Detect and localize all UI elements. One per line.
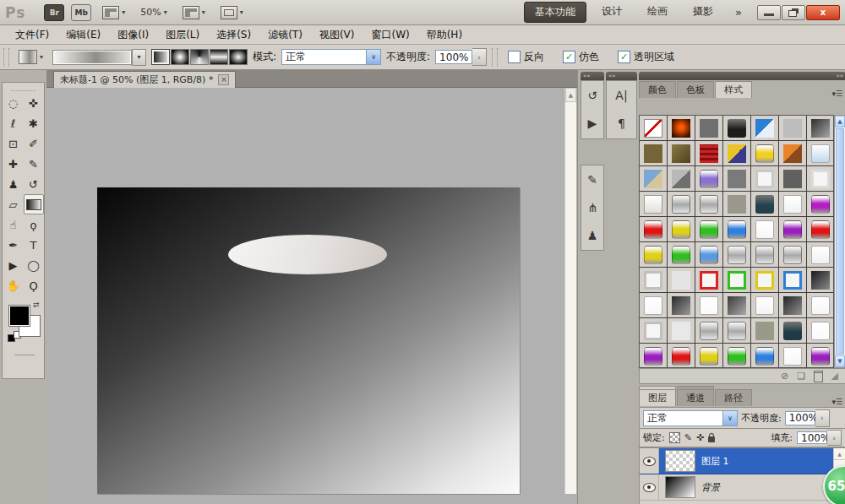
style-swatch[interactable]	[728, 144, 746, 163]
tool-clone-stamp[interactable]: ♟	[3, 174, 24, 194]
panel-menu-icon[interactable]: ▾☰	[828, 398, 845, 406]
style-swatch[interactable]	[728, 322, 746, 340]
layer-visibility-cell[interactable]	[640, 448, 659, 474]
style-swatch[interactable]	[644, 220, 662, 239]
style-swatch[interactable]	[755, 322, 774, 340]
menu-item[interactable]: 文件(F)	[7, 25, 57, 45]
layer-thumbnail[interactable]	[665, 450, 695, 472]
style-swatch[interactable]	[700, 195, 718, 214]
lock-position-icon[interactable]: ✜	[696, 432, 704, 443]
opacity-field[interactable]: 100% ›	[435, 48, 487, 66]
style-swatch[interactable]	[644, 119, 662, 138]
workspace-button[interactable]: 设计	[592, 2, 632, 23]
style-swatch[interactable]	[644, 271, 662, 290]
style-swatch[interactable]	[672, 144, 690, 163]
scroll-down-icon[interactable]: ▼	[835, 355, 845, 367]
paragraph-panel-icon[interactable]: ¶	[607, 109, 636, 137]
tool-preset-picker[interactable]: ▾	[14, 48, 47, 66]
document-tab[interactable]: 未标题-1 @ 50% (图层 1, RGB/8) * ×	[53, 71, 236, 88]
tab-样式[interactable]: 样式	[715, 81, 752, 98]
linear-gradient-button[interactable]	[151, 49, 170, 65]
style-swatch[interactable]	[811, 322, 830, 340]
style-swatch[interactable]	[644, 246, 662, 264]
layers-tab-路径[interactable]: 路径	[715, 389, 752, 406]
layer-fill-arrow[interactable]: ›	[827, 430, 842, 446]
lock-transparency-icon[interactable]	[669, 432, 680, 443]
tool-presets-panel-icon[interactable]: ♟	[581, 221, 603, 249]
style-swatch[interactable]	[783, 220, 802, 239]
style-swatch[interactable]	[783, 170, 802, 188]
style-swatch[interactable]	[672, 296, 690, 315]
style-swatch[interactable]	[755, 220, 774, 239]
style-swatch[interactable]	[783, 195, 802, 214]
style-swatch[interactable]	[700, 347, 718, 366]
style-swatch[interactable]	[644, 144, 662, 163]
gradient-editor-button[interactable]: ▾	[52, 49, 146, 66]
tool-quick-selection[interactable]: ✱	[24, 113, 44, 133]
style-swatch[interactable]	[755, 347, 774, 366]
delete-style-button[interactable]	[814, 371, 823, 382]
scroll-up-icon[interactable]: ▲	[835, 116, 845, 127]
style-swatch[interactable]	[755, 246, 774, 264]
style-swatch[interactable]	[672, 246, 690, 264]
style-swatch[interactable]	[728, 119, 746, 138]
actions-panel-icon[interactable]: ▶	[581, 109, 603, 137]
style-swatch[interactable]	[728, 170, 746, 188]
canvas[interactable]	[97, 187, 520, 494]
style-swatch[interactable]	[644, 195, 662, 214]
style-swatch[interactable]	[755, 296, 774, 315]
style-swatch[interactable]	[728, 347, 746, 366]
swap-colors-icon[interactable]: ⇄	[33, 301, 40, 309]
style-swatch[interactable]	[811, 246, 830, 264]
style-swatch[interactable]	[644, 347, 662, 366]
style-swatch[interactable]	[783, 246, 802, 264]
restore-button[interactable]	[782, 5, 805, 20]
tool-smudge[interactable]: ☝	[3, 214, 24, 235]
tool-lasso[interactable]: ℓ	[3, 113, 24, 133]
zoom-level-dropdown[interactable]: 50% ▾	[136, 5, 171, 19]
style-swatch[interactable]	[700, 170, 718, 188]
style-swatch[interactable]	[783, 296, 802, 315]
tool-history-brush[interactable]: ↺	[24, 174, 44, 194]
style-swatch[interactable]	[700, 296, 718, 315]
dither-checkbox-box[interactable]: ✓	[563, 51, 575, 63]
scroll-thumb[interactable]	[836, 128, 844, 355]
style-swatch[interactable]	[783, 322, 802, 340]
tool-eyedropper[interactable]: ✐	[24, 133, 44, 154]
tool-elliptical-marquee[interactable]: ◌	[3, 93, 24, 113]
tool-zoom-tool[interactable]: Ϙ	[24, 275, 44, 295]
view-extras-button[interactable]: ▾	[98, 4, 129, 21]
new-style-button[interactable]: ❏	[797, 371, 805, 382]
style-swatch[interactable]	[755, 271, 774, 290]
checkbox-transparency[interactable]: ✓透明区域	[618, 50, 674, 64]
layer-opacity-arrow[interactable]: ›	[815, 409, 830, 427]
menu-item[interactable]: 图层(L)	[157, 25, 208, 45]
checkbox-reverse[interactable]: 反向	[508, 50, 544, 64]
style-swatch[interactable]	[728, 271, 746, 290]
radial-gradient-button[interactable]	[171, 49, 189, 65]
gradient-preview[interactable]	[52, 50, 132, 65]
layers-tab-图层[interactable]: 图层	[639, 389, 676, 406]
style-swatch[interactable]	[783, 271, 802, 290]
style-swatch[interactable]	[811, 296, 830, 315]
style-swatch[interactable]	[811, 119, 830, 138]
dock-collapse-left-a[interactable]: ««	[581, 72, 604, 80]
dock-collapse-left-b[interactable]: ««	[606, 72, 637, 80]
bridge-button[interactable]: Br	[44, 4, 64, 21]
blend-mode-select[interactable]: 正常 ∨	[281, 49, 381, 65]
style-swatch[interactable]	[755, 195, 774, 214]
style-swatch[interactable]	[811, 220, 830, 239]
clone-source-panel-icon[interactable]: ⋔	[581, 193, 603, 221]
tool-path-selection[interactable]: ▶	[3, 255, 24, 275]
menu-item[interactable]: 选择(S)	[208, 25, 259, 45]
style-swatch[interactable]	[672, 322, 690, 340]
lock-paint-icon[interactable]: ✎	[684, 432, 692, 443]
tab-close-icon[interactable]: ×	[218, 74, 229, 85]
scroll-up-icon[interactable]: ▲	[565, 88, 576, 102]
checkbox-dither[interactable]: ✓仿色	[563, 50, 599, 64]
close-button[interactable]: x	[806, 5, 840, 20]
reflected-gradient-button[interactable]	[210, 49, 228, 65]
style-swatch[interactable]	[728, 220, 746, 239]
style-swatch[interactable]	[644, 170, 662, 188]
workspace-button[interactable]: 基本功能	[524, 2, 586, 23]
